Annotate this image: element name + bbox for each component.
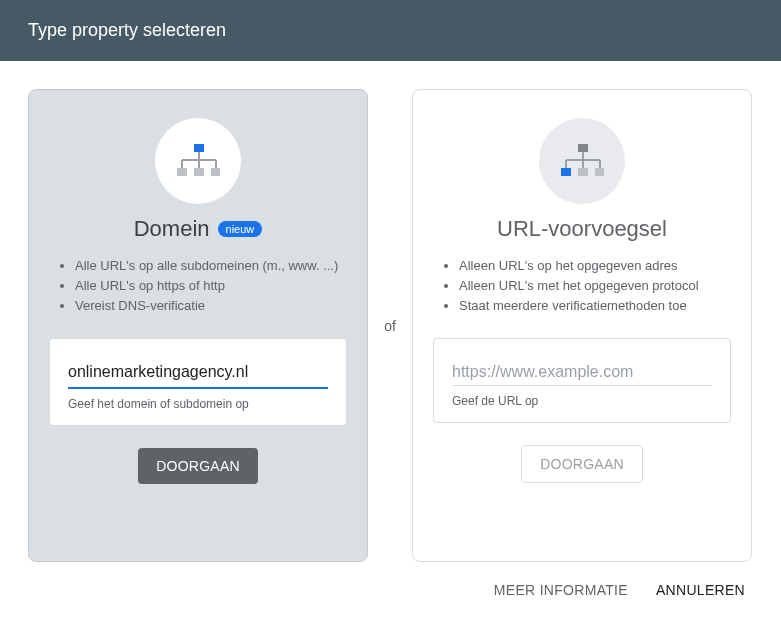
domain-continue-button[interactable]: DOORGAAN (138, 448, 258, 484)
domain-title-row: Domein nieuw (134, 216, 263, 242)
url-bullets: Alleen URL's op het opgegeven adres Alle… (433, 256, 731, 316)
url-input[interactable] (452, 359, 712, 387)
dialog-title: Type property selecteren (28, 20, 226, 40)
list-item: Alle URL's op alle subdomeinen (m., www.… (75, 256, 347, 276)
list-item: Staat meerdere verificatiemethoden toe (459, 296, 731, 316)
svg-rect-8 (211, 168, 220, 176)
url-helper-text: Geef de URL op (452, 394, 712, 408)
svg-rect-7 (194, 168, 204, 176)
new-badge: nieuw (218, 221, 263, 237)
list-item: Alleen URL's met het opgegeven protocol (459, 276, 731, 296)
svg-rect-6 (177, 168, 187, 176)
list-item: Alleen URL's op het opgegeven adres (459, 256, 731, 276)
url-prefix-card[interactable]: URL-voorvoegsel Alleen URL's op het opge… (412, 89, 752, 562)
sitemap-icon (560, 142, 604, 180)
svg-rect-15 (561, 168, 571, 176)
url-continue-button[interactable]: DOORGAAN (521, 445, 643, 483)
dialog-header: Type property selecteren (0, 0, 781, 61)
domain-bullets: Alle URL's op alle subdomeinen (m., www.… (49, 256, 347, 316)
domain-icon-circle (155, 118, 241, 204)
domain-input-box: Geef het domein of subdomein op (49, 338, 347, 426)
dialog-footer: MEER INFORMATIE ANNULEREN (0, 562, 781, 622)
dialog-content: Domein nieuw Alle URL's op alle subdomei… (0, 61, 781, 562)
property-type-dialog: Type property selecteren Domein (0, 0, 781, 622)
url-input-box: Geef de URL op (433, 338, 731, 423)
url-title-row: URL-voorvoegsel (497, 216, 667, 242)
list-item: Vereist DNS-verificatie (75, 296, 347, 316)
svg-rect-0 (194, 144, 204, 152)
list-item: Alle URL's op https of http (75, 276, 347, 296)
or-separator: of (368, 89, 412, 562)
sitemap-icon (176, 142, 220, 180)
url-icon-circle (539, 118, 625, 204)
url-card-title: URL-voorvoegsel (497, 216, 667, 242)
domain-helper-text: Geef het domein of subdomein op (68, 397, 328, 411)
svg-rect-9 (578, 144, 588, 152)
svg-rect-17 (595, 168, 604, 176)
cancel-button[interactable]: ANNULEREN (656, 582, 745, 598)
domain-card-title: Domein (134, 216, 210, 242)
domain-input[interactable] (68, 359, 328, 389)
svg-rect-16 (578, 168, 588, 176)
domain-card[interactable]: Domein nieuw Alle URL's op alle subdomei… (28, 89, 368, 562)
more-info-button[interactable]: MEER INFORMATIE (494, 582, 628, 598)
